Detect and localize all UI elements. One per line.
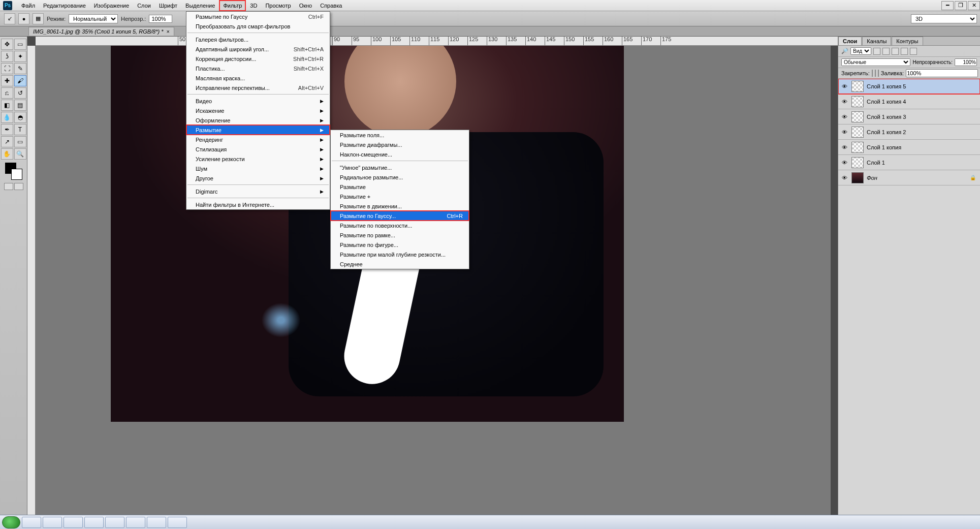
layer-thumbnail[interactable] (851, 81, 864, 92)
menu-file[interactable]: Файл (17, 0, 39, 11)
tool-preset-icon[interactable]: ↙ (4, 13, 15, 24)
menu-edit[interactable]: Редактирование (39, 0, 90, 11)
stamp-tool-icon[interactable]: ⎌ (1, 87, 13, 99)
filter-menu-item[interactable]: Стилизация▶ (186, 144, 330, 154)
blend-mode-select[interactable]: Обычные (841, 58, 910, 66)
layer-thumbnail[interactable] (851, 96, 864, 107)
visibility-icon[interactable]: 👁 (840, 83, 848, 89)
layer-name[interactable]: Слой 1 копия 5 (867, 83, 906, 89)
menu-layer[interactable]: Слои (133, 0, 155, 11)
layer-row[interactable]: 👁Слой 1 копия (838, 140, 980, 155)
gradient-tool-icon[interactable]: ▤ (14, 100, 26, 111)
shape-tool-icon[interactable]: ▭ (14, 136, 26, 147)
filter-menu-item[interactable]: Исправление перспективы...Alt+Ctrl+V (186, 83, 330, 92)
window-close[interactable]: ✕ (968, 1, 980, 10)
menu-view[interactable]: Просмотр (261, 0, 295, 11)
filter-menu-item[interactable]: Размытие по ГауссуCtrl+F (186, 12, 330, 21)
filter-menu-item[interactable]: Коррекция дисторсии...Shift+Ctrl+R (186, 54, 330, 64)
taskbar-app-4[interactable] (84, 517, 104, 528)
lock-position-icon[interactable] (875, 70, 876, 77)
layer-row[interactable]: 👁Слой 1 копия 4 (838, 94, 980, 109)
taskbar-app-3[interactable] (64, 517, 83, 528)
filter-menu-item[interactable]: Digimarc▶ (186, 186, 330, 196)
opacity-input[interactable] (149, 15, 172, 23)
blur-menu-item[interactable]: Размытие диафрагмы... (331, 140, 469, 149)
visibility-icon[interactable]: 👁 (840, 144, 848, 150)
layer-name[interactable]: Слой 1 копия 4 (867, 99, 906, 105)
workspace-select[interactable]: 3D (911, 14, 977, 23)
background-swatch[interactable] (11, 169, 22, 180)
layer-name[interactable]: Фон (867, 175, 877, 181)
brush-panel-icon[interactable]: ▦ (33, 13, 44, 24)
eyedropper-tool-icon[interactable]: ✎ (14, 63, 26, 74)
brush-tool-icon[interactable]: 🖌 (14, 75, 26, 86)
history-brush-icon[interactable]: ↺ (14, 87, 26, 99)
menu-image[interactable]: Изображение (90, 0, 133, 11)
layer-row[interactable]: 👁Слой 1 (838, 155, 980, 170)
filter-shape-icon[interactable] (901, 48, 908, 55)
layer-name[interactable]: Слой 1 копия 2 (867, 129, 906, 135)
blur-menu-item[interactable]: Размытие поля... (331, 130, 469, 140)
taskbar-app-8[interactable] (168, 517, 187, 528)
search-icon[interactable]: 🔎 (841, 48, 848, 54)
blur-menu-item[interactable]: Размытие при малой глубине резкости... (331, 250, 469, 259)
blur-menu-item[interactable]: Размытие по поверхности... (331, 221, 469, 230)
filter-menu-item[interactable]: Пластика...Shift+Ctrl+X (186, 64, 330, 73)
menu-window[interactable]: Окно (295, 0, 317, 11)
crop-tool-icon[interactable]: ⛶ (1, 63, 13, 74)
layer-thumbnail[interactable] (851, 127, 864, 138)
taskbar-app-6[interactable] (126, 517, 145, 528)
layer-name[interactable]: Слой 1 (867, 160, 885, 166)
eraser-tool-icon[interactable]: ◧ (1, 100, 13, 111)
layer-name[interactable]: Слой 1 копия (867, 144, 901, 150)
filter-menu-item[interactable]: Преобразовать для смарт-фильтров (186, 21, 330, 31)
brush-preset-icon[interactable]: ● (18, 13, 29, 24)
wand-tool-icon[interactable]: ✦ (14, 51, 26, 62)
layer-row[interactable]: 👁Фон🔒 (838, 170, 980, 185)
layer-thumbnail[interactable] (851, 111, 864, 122)
filter-smart-icon[interactable] (910, 48, 917, 55)
filter-pixel-icon[interactable] (873, 48, 880, 55)
layer-row[interactable]: 👁Слой 1 копия 2 (838, 125, 980, 140)
menu-help[interactable]: Справка (316, 0, 346, 11)
blur-menu-item[interactable]: Среднее (331, 259, 469, 269)
lock-all-icon[interactable] (878, 70, 879, 77)
filter-menu-item[interactable]: Найти фильтры в Интернете... (186, 200, 330, 209)
mode-select[interactable]: Нормальный (69, 14, 118, 23)
layer-filter-select[interactable]: Вид (850, 47, 871, 55)
layer-row[interactable]: 👁Слой 1 копия 3 (838, 109, 980, 125)
taskbar-app-7[interactable] (147, 517, 166, 528)
blur-menu-item[interactable]: Размытие по рамке... (331, 230, 469, 240)
zoom-tool-icon[interactable]: 🔍 (14, 148, 26, 160)
fill-input[interactable] (906, 69, 978, 77)
menu-type[interactable]: Шрифт (155, 0, 181, 11)
window-maximize[interactable]: ❐ (955, 1, 967, 10)
filter-menu-item[interactable]: Рендеринг▶ (186, 135, 330, 144)
filter-adjust-icon[interactable] (882, 48, 890, 55)
window-minimize[interactable]: ━ (941, 1, 954, 10)
visibility-icon[interactable]: 👁 (840, 160, 848, 166)
filter-menu-item[interactable]: Адаптивный широкий угол...Shift+Ctrl+A (186, 44, 330, 54)
filter-type-icon[interactable] (892, 48, 899, 55)
quickmask-icon[interactable] (14, 183, 23, 190)
layer-thumbnail[interactable] (851, 157, 864, 168)
layer-opacity-input[interactable] (955, 58, 977, 66)
visibility-icon[interactable]: 👁 (840, 99, 848, 105)
document-tab[interactable]: IMG_8061-1.jpg @ 35% (Слой 1 копия 5, RG… (28, 27, 174, 36)
blur-menu-item[interactable]: Наклон-смещение... (331, 149, 469, 159)
layer-name[interactable]: Слой 1 копия 3 (867, 114, 906, 120)
filter-menu-item[interactable]: Другое▶ (186, 173, 330, 183)
taskbar-app-5[interactable] (105, 517, 124, 528)
blur-menu-item[interactable]: Размытие (331, 182, 469, 192)
move-tool-icon[interactable]: ✥ (1, 39, 13, 50)
visibility-icon[interactable]: 👁 (840, 114, 848, 120)
taskbar-app-2[interactable] (43, 517, 62, 528)
pen-tool-icon[interactable]: ✒ (1, 124, 13, 135)
tab-channels[interactable]: Каналы (862, 37, 891, 45)
heal-tool-icon[interactable]: ✚ (1, 75, 13, 86)
canvas[interactable] (36, 46, 831, 520)
tab-layers[interactable]: Слои (838, 37, 862, 45)
layer-thumbnail[interactable] (851, 172, 864, 183)
path-tool-icon[interactable]: ↗ (1, 136, 13, 147)
tab-paths[interactable]: Контуры (892, 37, 923, 45)
